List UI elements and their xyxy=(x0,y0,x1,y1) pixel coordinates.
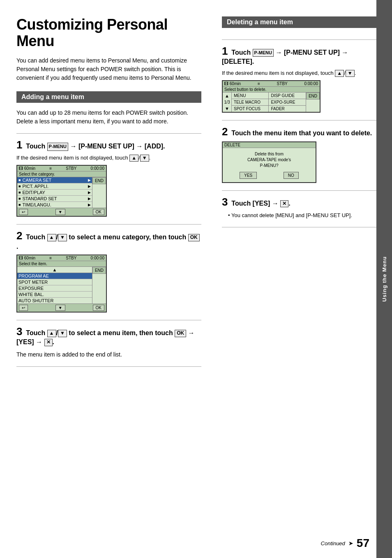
delete-label: DELETE xyxy=(224,143,240,147)
up-btn-2[interactable]: ▲ xyxy=(47,234,56,241)
delete-row-2: TELE MACRO EXPO-SURE xyxy=(232,99,306,106)
yes-button[interactable]: YES xyxy=(240,172,257,179)
lcd-time-2: 0:00:00 xyxy=(91,256,104,260)
lcd-time-1: 0:00:00 xyxy=(91,166,104,171)
delete-lcd-right-btns: END xyxy=(306,93,320,112)
lcd-pict-label: PICT. APPLI. xyxy=(22,184,48,189)
lcd-stby-1: STBY xyxy=(66,166,76,171)
lcd-exposure-label: EXPOSURE xyxy=(18,286,44,291)
delete-item-tele[interactable]: TELE MACRO xyxy=(232,99,269,105)
lcd-end-btn-2[interactable]: END xyxy=(92,267,106,274)
lcd-pict-arrow: ▶ xyxy=(88,184,91,188)
lcd-down-btn-1[interactable]: ▼ xyxy=(55,209,65,215)
deleting-step3: 3 Touch [YES] → ✕. You cannot delete [ME… xyxy=(222,197,380,220)
delete-lcd-menu-area: MENU DISP GUIDE TELE MACRO EXPO-SURE SPO… xyxy=(232,93,306,112)
lcd-item-spot[interactable]: SPOT METER xyxy=(17,279,92,285)
down-btn-3[interactable]: ▼ xyxy=(58,330,67,337)
pmenu-btn-1[interactable]: P-MENU xyxy=(47,143,68,150)
delete-end-btn[interactable]: END xyxy=(306,93,320,100)
lcd-camera-arrow: ▶ xyxy=(88,178,91,182)
lcd-white-label: WHITE BAL. xyxy=(18,292,44,297)
adding-step2: 2 Touch ▲/▼ to select a menu category, t… xyxy=(16,230,201,313)
lcd-back-btn-2[interactable]: ↩ xyxy=(19,305,28,311)
adding-step2-number: 2 xyxy=(16,229,22,242)
camera-icon: ■ xyxy=(18,178,21,182)
lcd-ok-btn-2[interactable]: OK xyxy=(93,305,104,311)
x-btn-del[interactable]: ✕ xyxy=(280,200,288,208)
adding-step3-text2: to select a menu item, then touch xyxy=(69,329,175,336)
lcd-items-area-1: ■ CAMERA SET ▶ ■ PICT. APPLI. ▶ ■ EDIT/P… xyxy=(17,177,92,208)
lcd-items-area-2: ▲ PROGRAM AE SPOT METER EXPOSURE WHITE B xyxy=(17,267,92,303)
lcd-spot-label: SPOT METER xyxy=(18,280,48,285)
lcd-up-icon-2: ▲ xyxy=(52,267,57,272)
lcd-item-camera-set[interactable]: ■ CAMERA SET ▶ xyxy=(17,177,92,183)
deleting-step1-note: If the desired menu item is not displaye… xyxy=(222,70,380,77)
lcd-standard-arrow: ▶ xyxy=(88,197,91,201)
lcd-item-edit[interactable]: ■ EDIT/PLAY ▶ xyxy=(17,190,92,196)
delete-item-fader[interactable]: FADER xyxy=(269,106,305,112)
lcd-time-label: TIME/LANGU. xyxy=(22,202,51,207)
lcd-back-btn-1[interactable]: ↩ xyxy=(19,209,28,215)
del-time: 0:00:00 xyxy=(304,81,318,86)
no-button[interactable]: NO xyxy=(284,172,299,179)
lcd-item-standard[interactable]: ■ STANDARD SET ▶ xyxy=(17,196,92,202)
right-content: Deleting a menu item 1 Touch P-MENU → [P… xyxy=(214,12,392,542)
delete-item-spot[interactable]: SPOT FOCUS xyxy=(232,106,269,112)
lcd-item-white[interactable]: WHITE BAL. xyxy=(17,292,92,298)
lcd-bottom-row-1: ↩ ▼ OK xyxy=(17,208,106,216)
pict-icon: ■ xyxy=(18,184,21,188)
adding-step1-title: 1 Touch P-MENU → [P-MENU SET UP] → [ADD]… xyxy=(16,139,201,151)
lcd-end-btn-1[interactable]: END xyxy=(92,177,106,184)
up-btn-3[interactable]: ▲ xyxy=(47,330,56,337)
lcd-edit-label: EDIT/PLAY xyxy=(22,190,45,195)
lcd-down-btn-2[interactable]: ▼ xyxy=(55,305,65,311)
delete-lcd-left-side: ▲ 1/3 ▼ xyxy=(223,93,232,112)
delete-step3-note: You cannot delete [MENU] and [P-MENU SET… xyxy=(228,211,380,220)
deleting-step3-period: . xyxy=(288,200,290,207)
adding-step1: 1 Touch P-MENU → [P-MENU SET UP] → [ADD]… xyxy=(16,139,201,217)
pmenu-btn-del-1[interactable]: P-MENU xyxy=(253,49,274,57)
lcd-item-pict[interactable]: ■ PICT. APPLI. ▶ xyxy=(17,183,92,190)
lcd-body-2: ▲ PROGRAM AE SPOT METER EXPOSURE WHITE B xyxy=(17,267,106,303)
down-btn-note[interactable]: ▼ xyxy=(140,155,149,162)
lcd-program-label: PROGRAM AE xyxy=(18,273,49,278)
del-down-btn[interactable]: ▼ xyxy=(346,70,355,77)
standard-icon: ■ xyxy=(18,197,21,201)
del-up-btn[interactable]: ▲ xyxy=(335,70,344,77)
lcd-item-auto[interactable]: AUTO SHUTTER xyxy=(17,298,92,303)
edit-icon: ■ xyxy=(18,190,21,194)
down-btn-2[interactable]: ▼ xyxy=(58,234,67,241)
lcd-ok-btn-1[interactable]: OK xyxy=(93,209,104,215)
up-btn-note[interactable]: ▲ xyxy=(129,155,138,162)
delete-item-disp[interactable]: DISP GUIDE xyxy=(269,93,305,99)
lcd-item-program[interactable]: PROGRAM AE xyxy=(17,273,92,279)
delete-item-menu[interactable]: MENU xyxy=(232,93,269,99)
delete-lcd-1: 🎞 60min ≡ STBY 0:00:00 Select button to … xyxy=(222,80,321,113)
deleting-step3-number: 3 xyxy=(222,196,228,208)
delete-msg-line1: Delete this from xyxy=(225,151,313,157)
deleting-step1-number: 1 xyxy=(222,45,228,57)
lcd-up-arrow-2[interactable]: ▲ xyxy=(17,267,92,273)
ok-btn-inline-3[interactable]: OK xyxy=(175,330,186,337)
adding-step2-text2: to select a menu category, then touch xyxy=(69,234,188,241)
adding-step2-period: . xyxy=(16,243,18,250)
lcd-item-time[interactable]: ■ TIME/LANGU. ▶ xyxy=(17,202,92,208)
lcd-camera-set-label: CAMERA SET xyxy=(22,178,51,183)
del-up-arrow[interactable]: ▲ xyxy=(225,93,229,98)
adding-step3-period: . xyxy=(53,338,54,345)
delete-lcd-header-2: DELETE xyxy=(223,142,316,148)
page-number: 57 xyxy=(357,537,369,550)
ok-btn-inline-2[interactable]: OK xyxy=(188,234,200,241)
x-btn-3[interactable]: ✕ xyxy=(44,339,53,346)
divider-right-4 xyxy=(222,227,380,227)
deleting-step2-text: Touch the menu item that you want to del… xyxy=(231,130,372,137)
continued-text: Continued xyxy=(321,540,345,546)
deleting-step3-title: 3 Touch [YES] → ✕. xyxy=(222,197,380,208)
delete-item-expo[interactable]: EXPO-SURE xyxy=(269,99,305,105)
lcd-infobar-2: Select the item. xyxy=(17,261,106,267)
del-down-arrow-side[interactable]: ▼ xyxy=(225,106,229,111)
deleting-step2: 2 Touch the menu item that you want to d… xyxy=(222,126,380,183)
adding-step3: 3 Touch ▲/▼ to select a menu item, then … xyxy=(16,326,201,359)
lcd-item-exposure[interactable]: EXPOSURE xyxy=(17,285,92,292)
adding-step1-note: If the desired menu item is not displaye… xyxy=(16,155,201,162)
